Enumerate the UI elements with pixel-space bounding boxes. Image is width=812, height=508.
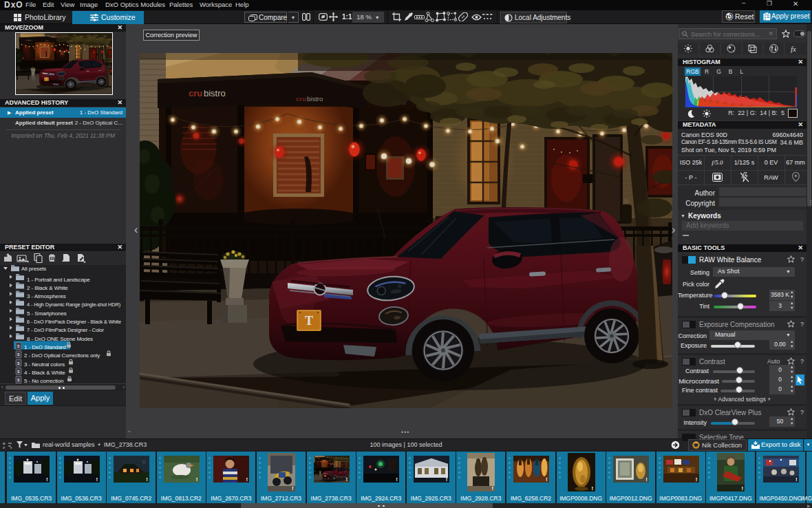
svg-text:3 - Neutral colors: 3 - Neutral colors	[24, 361, 65, 368]
svg-text:6 - DxO FilmPack Designer - Bl: 6 - DxO FilmPack Designer - Black & Whit…	[27, 319, 122, 325]
svg-text:All presets: All presets	[21, 266, 46, 272]
svg-text:a: a	[3, 441, 6, 445]
svg-text:8 - DxO ONE Scene Modes: 8 - DxO ONE Scene Modes	[27, 336, 93, 342]
svg-text:5 - Smartphones: 5 - Smartphones	[27, 310, 67, 317]
svg-text:4 - Black & White: 4 - Black & White	[24, 370, 65, 376]
svg-text:2 - DxO Optical Corrections on: 2 - DxO Optical Corrections only	[24, 352, 100, 359]
svg-text:1 - DxO Standard: 1 - DxO Standard	[24, 344, 66, 350]
svg-text:1 - Portrait and Landscape: 1 - Portrait and Landscape	[27, 277, 90, 283]
svg-text:3 - Atmospheres: 3 - Atmospheres	[27, 293, 66, 299]
svg-text:4 - High Dynamic Range (single: 4 - High Dynamic Range (single-shot HDR)	[27, 301, 120, 308]
svg-text:7 - DxO FilmPack Designer - Co: 7 - DxO FilmPack Designer - Color	[27, 327, 104, 333]
svg-text:2 - Black & White: 2 - Black & White	[27, 285, 68, 291]
svg-text:fx: fx	[791, 45, 796, 53]
svg-text:z: z	[3, 445, 5, 449]
